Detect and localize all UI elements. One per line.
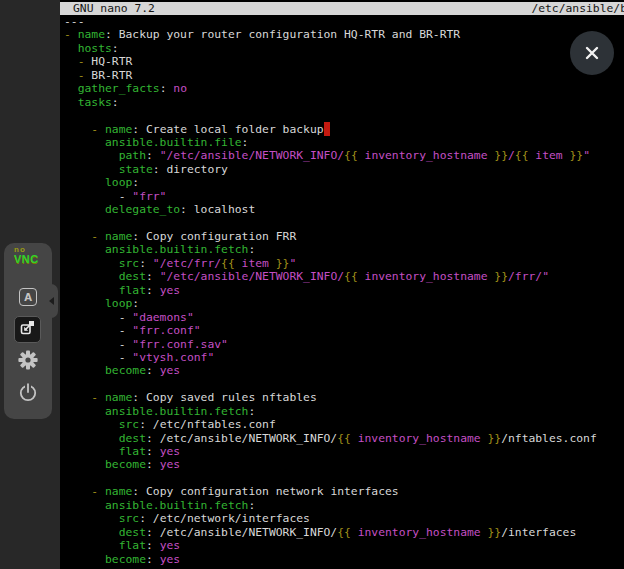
terminal-window[interactable]: GNU nano 7.2 /etc/ansible/b ---- name: B… [60, 0, 624, 569]
fullscreen-button[interactable] [14, 316, 41, 343]
code-line: - name: Backup your router configuration… [64, 28, 624, 41]
nano-titlebar: GNU nano 7.2 /etc/ansible/b [60, 2, 624, 15]
code-line: become: yes [64, 553, 624, 566]
code-line: - name: Copy saved rules nftables [64, 391, 624, 404]
code-line: loop: [64, 176, 624, 189]
extra-keys-button[interactable]: A [18, 287, 38, 307]
code-line: - name: Create local folder backup [64, 123, 624, 136]
code-line: dest: "/etc/ansible/NETWORK_INFO/{{ inve… [64, 270, 624, 283]
code-line: dest: /etc/ansible/NETWORK_INFO/{{ inven… [64, 526, 624, 539]
code-line: flat: yes [64, 445, 624, 458]
code-line: - "frr" [64, 190, 624, 203]
code-line: src: /etc/nftables.conf [64, 418, 624, 431]
chevron-left-icon [49, 297, 54, 305]
file-path-label: /etc/ansible/b [531, 2, 624, 15]
code-line: tasks: [64, 96, 624, 109]
novnc-logo: no VNC [14, 246, 39, 265]
code-line: flat: yes [64, 284, 624, 297]
code-line: ansible.builtin.file: [64, 136, 624, 149]
nano-editor-content[interactable]: ---- name: Backup your router configurat… [64, 15, 624, 569]
gear-icon [18, 350, 38, 374]
code-line: src: "/etc/frr/{{ item }}" [64, 257, 624, 270]
code-line: - "frr.conf" [64, 324, 624, 337]
code-line: - name: Copy configuration FRR [64, 230, 624, 243]
code-line: - HQ-RTR [64, 55, 624, 68]
power-icon [17, 381, 39, 407]
code-line: - "vtysh.conf" [64, 351, 624, 364]
screen: GNU nano 7.2 /etc/ansible/b ---- name: B… [0, 0, 624, 569]
code-line: src: /etc/network/interfaces [64, 512, 624, 525]
code-line: ansible.builtin.fetch: [64, 499, 624, 512]
code-line: hosts: [64, 42, 624, 55]
code-line: path: "/etc/ansible/NETWORK_INFO/{{ inve… [64, 149, 624, 162]
code-line: loop: [64, 297, 624, 310]
power-button[interactable] [16, 382, 40, 406]
code-line: become: yes [64, 364, 624, 377]
code-line: become: yes [64, 458, 624, 471]
code-line: ansible.builtin.fetch: [64, 405, 624, 418]
code-line: ansible.builtin.fetch: [64, 243, 624, 256]
code-line: --- [64, 15, 624, 28]
code-line: state: directory [64, 163, 624, 176]
keyboard-icon: A [19, 288, 37, 306]
code-line [64, 378, 624, 391]
code-line: - "frr.conf.sav" [64, 338, 624, 351]
close-icon [583, 44, 601, 62]
code-line: delegate_to: localhost [64, 203, 624, 216]
text-cursor [324, 122, 331, 136]
nano-version-label: GNU nano 7.2 [73, 2, 155, 15]
code-line [64, 472, 624, 485]
code-line: - BR-RTR [64, 69, 624, 82]
code-line [64, 109, 624, 122]
code-line [64, 217, 624, 230]
code-line: flat: yes [64, 539, 624, 552]
settings-button[interactable] [18, 352, 38, 372]
fullscreen-icon [20, 320, 35, 339]
code-line: gather_facts: no [64, 82, 624, 95]
novnc-control-panel: no VNC A [4, 243, 52, 419]
sidebar-collapse-handle[interactable] [44, 284, 58, 318]
code-line: dest: /etc/ansible/NETWORK_INFO/{{ inven… [64, 432, 624, 445]
code-line: - name: Copy configuration network inter… [64, 485, 624, 498]
close-button[interactable] [570, 31, 614, 75]
code-line: - "daemons" [64, 311, 624, 324]
novnc-logo-bottom: VNC [14, 254, 39, 265]
